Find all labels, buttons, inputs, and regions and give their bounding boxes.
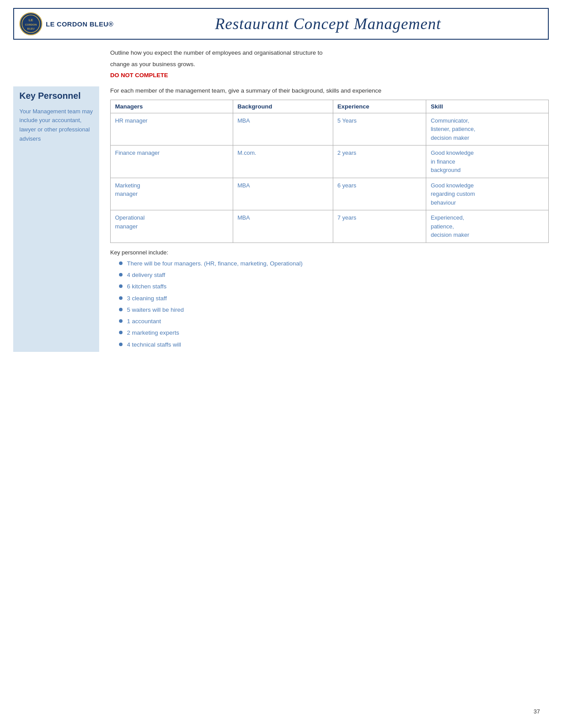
bullet-icon (119, 343, 123, 346)
sidebar-description: Your Management team may include your ac… (19, 107, 93, 144)
intro-line1: Outline how you expect the number of emp… (110, 49, 549, 57)
intro-line2: change as your business grows. (110, 60, 549, 69)
manager-background: MBA (233, 210, 333, 243)
section-intro-text: For each member of the management team, … (110, 86, 549, 95)
list-item: 2 marketing experts (119, 329, 549, 337)
list-item: 4 technical staffs will (119, 340, 549, 349)
page-number: 37 (534, 708, 540, 715)
manager-skill: Good knowledge in finance background (426, 146, 549, 178)
list-item-text: 1 accountant (127, 317, 161, 326)
page-header: LE CORDON BLEU LE CORDON BLEU® Restauran… (13, 8, 549, 40)
list-item-text: There will be four managers. (HR, financ… (127, 259, 302, 268)
manager-background: M.com. (233, 146, 333, 178)
logo-icon: LE CORDON BLEU (19, 12, 42, 35)
bullet-icon (119, 261, 123, 265)
manager-experience: 6 years (333, 178, 426, 210)
list-item-text: 4 technical staffs will (127, 340, 181, 349)
bullet-icon (119, 284, 123, 288)
svg-text:CORDON: CORDON (25, 23, 37, 26)
manager-skill: Communicator, listener, patience, decisi… (426, 113, 549, 146)
manager-experience: 5 Years (333, 113, 426, 146)
table-row: HR manager MBA 5 Years Communicator, lis… (111, 113, 549, 146)
list-item: 3 cleaning staff (119, 294, 549, 303)
list-item: 6 kitchen staffs (119, 282, 549, 291)
manager-name: HR manager (111, 113, 233, 146)
do-not-complete-label: DO NOT COMPLETE (110, 72, 549, 78)
manager-experience: 2 years (333, 146, 426, 178)
col-header-managers: Managers (111, 100, 233, 113)
svg-text:LE: LE (29, 18, 33, 22)
col-header-skill: Skill (426, 100, 549, 113)
col-header-experience: Experience (333, 100, 426, 113)
manager-skill: Experienced, patience, decision maker (426, 210, 549, 243)
svg-text:BLEU: BLEU (27, 27, 34, 30)
list-item: 4 delivery staff (119, 271, 549, 280)
list-item: 1 accountant (119, 317, 549, 326)
list-item-text: 6 kitchen staffs (127, 282, 167, 291)
list-item-text: 4 delivery staff (127, 271, 165, 280)
section-title: Key Personnel (19, 91, 93, 101)
logo-container: LE CORDON BLEU LE CORDON BLEU® (19, 12, 114, 35)
table-row: Marketing manager MBA 6 years Good knowl… (111, 178, 549, 210)
header-title: Restaurant Concept Management (114, 15, 543, 33)
section-title-box: Key Personnel Your Management team may i… (13, 86, 99, 352)
bullet-icon (119, 319, 123, 323)
table-row: Operational manager MBA 7 years Experien… (111, 210, 549, 243)
manager-background: MBA (233, 113, 333, 146)
manager-name: Operational manager (111, 210, 233, 243)
manager-background: MBA (233, 178, 333, 210)
list-item-text: 2 marketing experts (127, 329, 179, 337)
key-personnel-label: Key personnel include: (110, 249, 549, 256)
bullet-icon (119, 331, 123, 334)
manager-name: Marketing manager (111, 178, 233, 210)
list-item-text: 3 cleaning staff (127, 294, 167, 303)
manager-skill: Good knowledge regarding custom behaviou… (426, 178, 549, 210)
manager-experience: 7 years (333, 210, 426, 243)
logo-text: LE CORDON BLEU® (46, 20, 114, 28)
managers-table: Managers Background Experience Skill HR … (110, 100, 549, 243)
list-item: 5 waiters will be hired (119, 306, 549, 314)
bullet-icon (119, 273, 123, 276)
col-header-background: Background (233, 100, 333, 113)
main-content: Outline how you expect the number of emp… (0, 40, 562, 370)
key-personnel-list: There will be four managers. (HR, financ… (119, 259, 549, 349)
list-item: There will be four managers. (HR, financ… (119, 259, 549, 268)
key-personnel-section: Key Personnel Your Management team may i… (13, 86, 549, 352)
manager-name: Finance manager (111, 146, 233, 178)
table-row: Finance manager M.com. 2 years Good know… (111, 146, 549, 178)
list-item-text: 5 waiters will be hired (127, 306, 184, 314)
bullet-icon (119, 308, 123, 311)
bullet-icon (119, 296, 123, 300)
section-body: For each member of the management team, … (110, 86, 549, 352)
